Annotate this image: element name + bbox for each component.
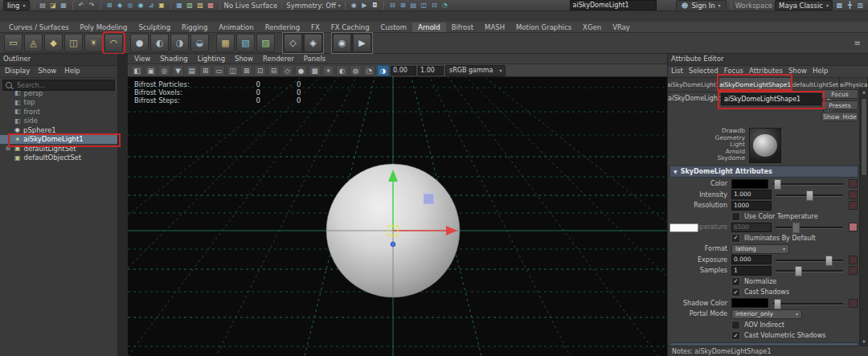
skydome-attributes-section-header[interactable]: ▼ SkyDomeLight Attributes: [669, 166, 858, 178]
gamma-field[interactable]: 1.00: [418, 66, 444, 76]
outliner-menu-item[interactable]: Show: [38, 67, 56, 76]
perspective-pane-icon[interactable]: ⊡: [430, 1, 439, 10]
resolution-map-button[interactable]: [849, 201, 858, 210]
arnold-render-icon[interactable]: ◉: [333, 34, 351, 52]
show-hide-button[interactable]: Show Hide: [821, 112, 858, 121]
shelf-tab[interactable]: Poly Modeling: [75, 23, 133, 32]
exposure-field[interactable]: 0.00: [391, 66, 416, 76]
shadow-color-swatch[interactable]: [731, 298, 768, 308]
outliner-item[interactable]: ◉ pSphere1: [0, 125, 117, 135]
cast-volumetric-shadows-checkbox[interactable]: ✓: [731, 331, 740, 340]
outliner-item[interactable]: ◧ top: [0, 98, 117, 108]
physical-sky-icon[interactable]: ☀: [84, 34, 103, 52]
material-sample-swatch[interactable]: [749, 128, 781, 163]
attribute-editor-menu-item[interactable]: Attributes: [749, 67, 783, 76]
cast-shadows-checkbox[interactable]: ✓: [731, 288, 740, 297]
outliner-item[interactable]: ☀ aiSkyDomeLight1: [0, 135, 117, 145]
viewport-canvas[interactable]: Bifrost Particles: 0 0 Bifrost Voxels: 0…: [128, 76, 667, 356]
attribute-editor-menu-item[interactable]: List: [671, 67, 683, 76]
select-object-icon[interactable]: ▧: [186, 1, 194, 10]
select-camera-icon[interactable]: ◧: [131, 65, 143, 76]
shelf-tab[interactable]: MASH: [479, 23, 510, 32]
exposure-toggle-icon[interactable]: ◑: [377, 65, 389, 76]
wireframe-mode-icon[interactable]: ◇: [281, 65, 293, 76]
snap-to-projected-center-icon[interactable]: ◉: [137, 1, 145, 10]
make-live-icon[interactable]: ▣: [158, 1, 166, 10]
shelf-tab[interactable]: Curves / Surfaces: [3, 23, 75, 32]
shadow-color-map-button[interactable]: [849, 299, 858, 308]
shadows-toggle-icon[interactable]: ◐: [336, 65, 348, 76]
outliner-item[interactable]: ◧ persp: [0, 88, 117, 98]
single-pane-icon[interactable]: ⊟: [388, 1, 397, 10]
outliner-menu-item[interactable]: Display: [5, 67, 30, 76]
bookmarks-icon[interactable]: ▼: [172, 65, 184, 76]
attribute-editor-scrollbar[interactable]: ▲ ▼: [859, 88, 868, 346]
view-transform-dropdown[interactable]: sRGB gamma ▾: [445, 65, 506, 76]
flush-cache-icon[interactable]: ◇: [284, 34, 302, 52]
shelf-tab[interactable]: Motion Graphics: [510, 23, 577, 32]
workspace-dropdown[interactable]: Maya Classic ▾: [775, 0, 833, 10]
lambert-shader-icon[interactable]: ◐: [150, 34, 169, 52]
color-slider[interactable]: [772, 179, 843, 188]
checker-texture-icon[interactable]: ▦: [216, 34, 235, 52]
shelf-tab[interactable]: VRay: [607, 23, 636, 32]
skydome-light-indicator[interactable]: [424, 194, 434, 204]
no-live-surface-label[interactable]: No Live Surface: [224, 2, 278, 10]
expander-icon[interactable]: ⊞: [5, 145, 11, 152]
shadow-color-slider[interactable]: [772, 299, 843, 308]
snap-to-curve-icon[interactable]: ◈: [116, 1, 125, 10]
grid-toggle-icon[interactable]: ⊞: [199, 65, 211, 76]
symmetry-dropdown[interactable]: Symmetry: Off: [286, 2, 336, 10]
scene-3d[interactable]: [128, 76, 667, 356]
ipr-render-icon[interactable]: ▶: [360, 1, 369, 10]
snap-to-view-plane-icon[interactable]: ⊿: [147, 1, 156, 10]
attribute-editor-menu-item[interactable]: Show: [788, 67, 807, 76]
presets-button[interactable]: Presets: [821, 100, 858, 110]
shelf-editor-icon[interactable]: ≡: [854, 39, 864, 47]
color-swatch[interactable]: [731, 179, 768, 189]
attribute-editor-menu-item[interactable]: Selected: [689, 67, 719, 76]
new-scene-icon[interactable]: ▤: [39, 1, 47, 10]
channel-box-icon[interactable]: ▥: [856, 1, 865, 10]
exposure-slider[interactable]: [776, 256, 843, 264]
normalize-checkbox[interactable]: ✓: [731, 277, 740, 286]
shelf-tab[interactable]: FX Caching: [326, 23, 375, 32]
open-scene-icon[interactable]: ◪: [49, 1, 58, 10]
four-pane-icon[interactable]: ⊞: [399, 1, 407, 10]
outliner-item[interactable]: ◧ front: [0, 107, 117, 117]
pivot-point[interactable]: [391, 242, 395, 247]
ramp-texture-icon[interactable]: ▧: [236, 34, 255, 52]
save-scene-icon[interactable]: ▦: [59, 1, 68, 10]
resolution-gate-icon[interactable]: ◫: [227, 65, 239, 76]
selection-input[interactable]: [570, 0, 657, 10]
arnold-ipr-icon[interactable]: ▶: [353, 34, 371, 52]
intensity-slider[interactable]: [776, 190, 843, 199]
sign-in-button[interactable]: ☻ Sign In ▾: [676, 0, 727, 11]
outliner-item[interactable]: ⊞ ▣ defaultLightSet: [0, 144, 117, 153]
scrollbar-thumb[interactable]: [861, 98, 867, 176]
shelf-tab[interactable]: Sculpting: [133, 23, 176, 32]
intensity-map-button[interactable]: [849, 190, 858, 199]
safe-action-icon[interactable]: ⊟: [268, 65, 280, 76]
standard-surface-icon[interactable]: ●: [130, 34, 149, 52]
snap-to-grid-icon[interactable]: ⊞: [105, 1, 114, 10]
intensity-field[interactable]: 1.000: [731, 190, 772, 199]
film-gate-icon[interactable]: ▭: [213, 65, 225, 76]
snap-to-point-icon[interactable]: ◎: [126, 1, 135, 10]
attribute-editor-menu-item[interactable]: Focus: [724, 67, 743, 76]
samples-map-button[interactable]: [849, 266, 858, 275]
gate-mask-icon[interactable]: ⊠: [240, 65, 252, 76]
shelf-tab[interactable]: Rigging: [176, 23, 213, 32]
viewport-menu-item[interactable]: View: [134, 55, 150, 63]
exposure-map-button[interactable]: [849, 256, 858, 264]
lock-camera-icon[interactable]: ▣: [145, 65, 157, 76]
samples-field[interactable]: 1: [731, 266, 772, 276]
playback-options-icon[interactable]: ◔: [440, 1, 449, 10]
tx-manager-icon[interactable]: ◈: [304, 34, 322, 52]
attribute-editor-menu-item[interactable]: Help: [813, 67, 828, 76]
isolate-select-icon[interactable]: ◍: [350, 65, 362, 76]
character-controls-icon[interactable]: ╋: [845, 1, 854, 10]
viewport-menu-item[interactable]: Panels: [304, 55, 326, 63]
node-name-field[interactable]: aiSkyDomeLightShape1: [721, 93, 824, 105]
illuminates-by-default-checkbox[interactable]: ✓: [731, 234, 740, 243]
